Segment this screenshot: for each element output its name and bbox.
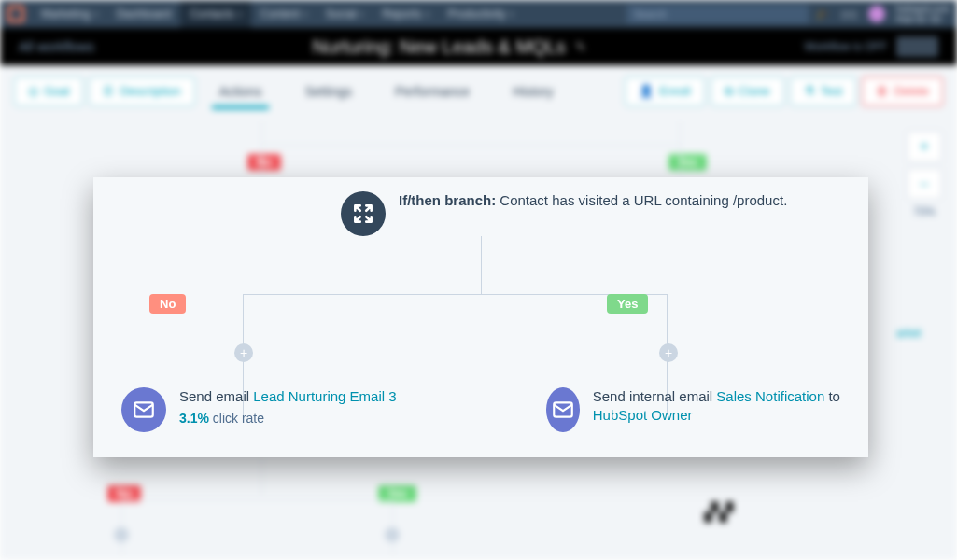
- nav-label: Reports: [382, 7, 421, 21]
- edit-icon[interactable]: ✎: [575, 39, 586, 54]
- academy-icon[interactable]: 🎓: [816, 7, 830, 21]
- person-icon: 👤: [639, 84, 654, 98]
- yes-branch-action[interactable]: Send internal email Sales Notification t…: [546, 387, 854, 432]
- nav-label: Content: [260, 7, 300, 21]
- nav-marketing[interactable]: Marketing▾: [32, 0, 107, 28]
- nav-reports[interactable]: Reports▾: [373, 0, 438, 28]
- add-step-icon[interactable]: [385, 527, 400, 542]
- nav-social[interactable]: Social▾: [317, 0, 373, 28]
- target-icon: ◎: [28, 84, 38, 98]
- no-action-link[interactable]: Lead Nurturing Email 3: [253, 388, 396, 404]
- top-nav: Marketing▾ Dashboard Contacts▾ Content▾ …: [0, 0, 957, 28]
- tab-history[interactable]: History: [494, 65, 572, 117]
- test-button[interactable]: ⚗Test: [790, 77, 857, 106]
- description-label: Description: [120, 84, 180, 98]
- account-hub: Hub ID: 53: [896, 14, 950, 24]
- add-step-no-button[interactable]: +: [234, 343, 253, 362]
- tab-label: Settings: [304, 84, 352, 99]
- nav-label: Productivity: [448, 7, 506, 21]
- branch-text: If/then branch: Contact has visited a UR…: [399, 191, 787, 210]
- zoom-level: 70%: [913, 205, 936, 218]
- chevron-down-icon: ▾: [94, 10, 98, 19]
- zoom-controls: + – 70%: [906, 131, 943, 218]
- branch-label: If/then branch:: [399, 192, 496, 208]
- clone-label: Clone: [739, 84, 770, 98]
- bg-no-pill: No: [247, 154, 281, 171]
- nav-label: Marketing: [41, 7, 91, 21]
- goal-button[interactable]: ◎Goal: [14, 77, 83, 106]
- chevron-down-icon: ▾: [359, 10, 363, 19]
- chevron-down-icon: ▾: [238, 10, 242, 19]
- description-button[interactable]: ☰Description: [89, 77, 194, 106]
- no-action-prefix: Send email: [179, 388, 253, 404]
- branch-icon: [341, 191, 386, 236]
- clone-button[interactable]: ⧉Clone: [711, 77, 784, 106]
- nav-label: Contacts: [190, 7, 233, 21]
- yes-action-link-2[interactable]: HubSpot Owner: [593, 407, 693, 423]
- tab-settings[interactable]: Settings: [286, 65, 371, 117]
- nav-content[interactable]: Content▾: [251, 0, 317, 28]
- no-action-rate-suffix: click rate: [209, 411, 264, 426]
- yes-label-pill: Yes: [607, 294, 648, 314]
- search-placeholder: Search: [634, 8, 667, 20]
- nav-dashboard[interactable]: Dashboard: [107, 0, 181, 28]
- chevron-down-icon: ▾: [426, 10, 429, 19]
- toolbar: ◎Goal ☰Description Actions Settings Perf…: [0, 65, 957, 117]
- side-marker: arket: [896, 327, 922, 340]
- drag-handle-icon[interactable]: ▞▞: [705, 502, 735, 523]
- account-info[interactable]: hubspot.com Hub ID: 53: [896, 4, 950, 24]
- yes-action-mid: to: [824, 388, 840, 404]
- delete-button[interactable]: 🗑Delete: [862, 77, 943, 106]
- no-branch-action[interactable]: Send email Lead Nurturing Email 3 3.1% c…: [121, 387, 457, 432]
- email-icon: [546, 387, 580, 432]
- nav-productivity[interactable]: Productivity▾: [439, 0, 523, 28]
- broadcast-icon[interactable]: ((•)): [841, 9, 857, 20]
- no-label-pill: No: [149, 294, 186, 314]
- tab-actions[interactable]: Actions: [201, 65, 281, 117]
- workflow-title: Nurturing: New Leads & MQLs: [313, 36, 566, 58]
- branch-path: /product: [733, 192, 783, 208]
- enroll-button[interactable]: 👤Enroll: [625, 77, 704, 106]
- if-then-branch-node[interactable]: If/then branch: Contact has visited a UR…: [341, 191, 789, 236]
- test-label: Test: [821, 84, 843, 98]
- delete-label: Delete: [894, 84, 929, 98]
- clone-icon: ⧉: [725, 84, 733, 99]
- enroll-label: Enroll: [659, 84, 690, 98]
- zoom-in-button[interactable]: +: [907, 131, 942, 162]
- hubspot-logo-icon: [7, 6, 24, 22]
- chevron-down-icon: ▾: [303, 10, 307, 19]
- doc-icon: ☰: [103, 84, 114, 98]
- yes-action-prefix: Send internal email: [593, 388, 717, 404]
- account-domain: hubspot.com: [896, 4, 950, 14]
- goal-label: Goal: [44, 84, 69, 98]
- avatar[interactable]: [868, 6, 885, 22]
- workflow-branch-card: If/then branch: Contact has visited a UR…: [93, 177, 868, 457]
- add-step-icon[interactable]: [114, 527, 129, 542]
- search-input[interactable]: Search: [626, 5, 809, 23]
- chevron-down-icon: ▾: [510, 10, 514, 19]
- nav-contacts[interactable]: Contacts▾: [180, 0, 250, 28]
- tab-label: History: [513, 84, 554, 99]
- workflow-status: Workflow is OFF: [805, 40, 887, 53]
- tab-label: Performance: [395, 84, 470, 99]
- nav-label: Dashboard: [117, 7, 172, 21]
- branch-text-b: .: [783, 192, 787, 208]
- zoom-out-button[interactable]: –: [907, 168, 942, 200]
- workflow-header: All workflows Nurturing: New Leads & MQL…: [0, 28, 957, 65]
- flask-icon: ⚗: [804, 84, 815, 98]
- workflow-toggle[interactable]: [896, 36, 938, 57]
- tab-label: Actions: [219, 84, 262, 99]
- tab-performance[interactable]: Performance: [376, 65, 488, 117]
- email-icon: [121, 387, 166, 432]
- trash-icon: 🗑: [876, 84, 888, 98]
- bg-yes-pill: Yes: [668, 154, 707, 171]
- nav-label: Social: [326, 7, 357, 21]
- breadcrumb[interactable]: All workflows: [19, 39, 94, 54]
- yes-action-link-1[interactable]: Sales Notification: [716, 388, 824, 404]
- no-action-rate: 3.1%: [179, 411, 209, 426]
- branch-text-a: Contact has visited a URL containing: [496, 192, 733, 208]
- add-step-yes-button[interactable]: +: [659, 343, 678, 362]
